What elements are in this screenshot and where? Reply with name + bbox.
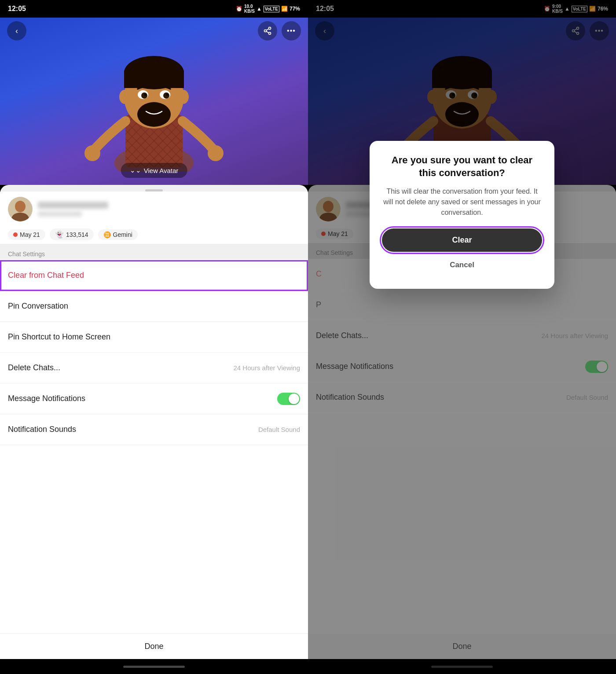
date-tag: May 21	[8, 229, 45, 240]
svg-rect-11	[124, 70, 184, 88]
nav-btn-group: •••	[258, 21, 301, 41]
menu-item-pin-shortcut[interactable]: Pin Shortcut to Home Screen	[0, 322, 308, 353]
svg-line-3	[266, 31, 269, 33]
svg-point-19	[166, 94, 169, 96]
tags-row: May 21 👻 133,514 ♊ Gemini	[0, 225, 308, 244]
menu-item-clear-chat[interactable]: Clear from Chat Feed	[0, 260, 308, 291]
menu-item-delete-chats[interactable]: Delete Chats... 24 Hours after Viewing	[0, 353, 308, 383]
svg-point-16	[141, 92, 147, 99]
profile-info	[38, 202, 300, 217]
share-button[interactable]	[258, 21, 277, 41]
delete-chats-value: 24 Hours after Viewing	[234, 364, 300, 372]
sign-label: Gemini	[113, 231, 132, 238]
toggle-thumb	[289, 394, 299, 404]
svg-point-24	[84, 145, 100, 161]
svg-line-4	[266, 29, 269, 30]
avatar-figure	[0, 35, 308, 172]
sign-tag: ♊ Gemini	[98, 229, 138, 240]
svg-point-25	[208, 145, 224, 161]
home-indicator	[123, 666, 185, 668]
notification-sounds-value: Default Sound	[258, 426, 300, 433]
dialog-cancel-button[interactable]: Cancel	[382, 254, 542, 276]
profile-sub-blurred	[38, 211, 82, 217]
data-speed: 10.0KB/S	[244, 4, 255, 14]
message-notifications-toggle[interactable]	[277, 393, 300, 405]
left-status-bar: 12:05 ⏰ 10.0KB/S ▲ VoLTE 📶 77%	[0, 0, 308, 18]
svg-point-30	[15, 201, 26, 212]
profile-row	[0, 192, 308, 225]
clear-confirmation-dialog: Are you sure you want to clear this conv…	[370, 141, 554, 289]
gemini-icon: ♊	[103, 231, 111, 238]
svg-point-17	[163, 92, 169, 99]
svg-point-0	[269, 27, 271, 29]
volte-icon: VoLTE	[264, 6, 279, 12]
more-button[interactable]: •••	[282, 21, 301, 41]
alarm-icon: ⏰	[236, 6, 242, 12]
wifi-icon: ▲	[257, 6, 262, 12]
more-icon: •••	[287, 27, 296, 35]
right-phone-panel: 12:05 ⏰ 9:00KB/S ▲ VoLTE 📶 76% ‹	[308, 0, 616, 674]
dialog-overlay: Are you sure you want to clear this conv…	[308, 0, 616, 674]
svg-point-2	[269, 32, 271, 34]
menu-item-notification-sounds[interactable]: Notification Sounds Default Sound	[0, 414, 308, 445]
score-label: 133,514	[66, 231, 88, 238]
dialog-clear-button[interactable]: Clear	[382, 228, 542, 252]
avatar-svg	[84, 35, 224, 172]
left-avatar-bg: ‹ •••	[0, 18, 308, 185]
svg-point-1	[264, 30, 267, 32]
left-home-bar	[0, 659, 308, 674]
battery-left: 77%	[290, 6, 300, 12]
clear-chat-label: Clear from Chat Feed	[8, 271, 84, 280]
done-button[interactable]: Done	[0, 633, 308, 659]
notification-sounds-label: Notification Sounds	[8, 425, 76, 434]
left-phone-panel: 12:05 ⏰ 10.0KB/S ▲ VoLTE 📶 77% ‹	[0, 0, 308, 674]
pin-shortcut-label: Pin Shortcut to Home Screen	[8, 332, 110, 342]
signal-icon: 📶	[281, 6, 288, 12]
pin-conversation-label: Pin Conversation	[8, 302, 68, 311]
view-avatar-label: View Avatar	[144, 167, 179, 174]
menu-item-message-notifications[interactable]: Message Notifications	[0, 383, 308, 414]
ghost-icon: 👻	[55, 230, 64, 239]
left-status-icons: ⏰ 10.0KB/S ▲ VoLTE 📶 77%	[236, 4, 300, 14]
left-bottom-sheet: May 21 👻 133,514 ♊ Gemini Chat Settings …	[0, 185, 308, 659]
left-menu-list: Clear from Chat Feed Pin Conversation Pi…	[0, 260, 308, 633]
menu-item-pin-conversation[interactable]: Pin Conversation	[0, 291, 308, 322]
left-nav-bar: ‹ •••	[0, 18, 308, 44]
delete-chats-label: Delete Chats...	[8, 363, 60, 372]
date-label: May 21	[20, 231, 40, 238]
settings-section-label: Chat Settings	[0, 244, 308, 260]
svg-point-13	[178, 90, 189, 104]
svg-point-12	[119, 90, 130, 104]
score-tag: 👻 133,514	[50, 228, 94, 240]
date-dot	[13, 232, 18, 237]
dialog-title: Are you sure you want to clear this conv…	[382, 154, 542, 179]
left-time: 12:05	[8, 5, 26, 13]
chevron-down-icon: ⌄⌄	[130, 166, 141, 174]
view-avatar-button[interactable]: ⌄⌄ View Avatar	[121, 163, 187, 178]
svg-point-18	[144, 94, 147, 96]
message-notifications-label: Message Notifications	[8, 394, 85, 403]
profile-name-blurred	[38, 202, 108, 209]
back-button[interactable]: ‹	[7, 21, 26, 41]
dialog-body: This will clear the conversation from yo…	[382, 186, 542, 218]
profile-avatar	[8, 197, 33, 221]
